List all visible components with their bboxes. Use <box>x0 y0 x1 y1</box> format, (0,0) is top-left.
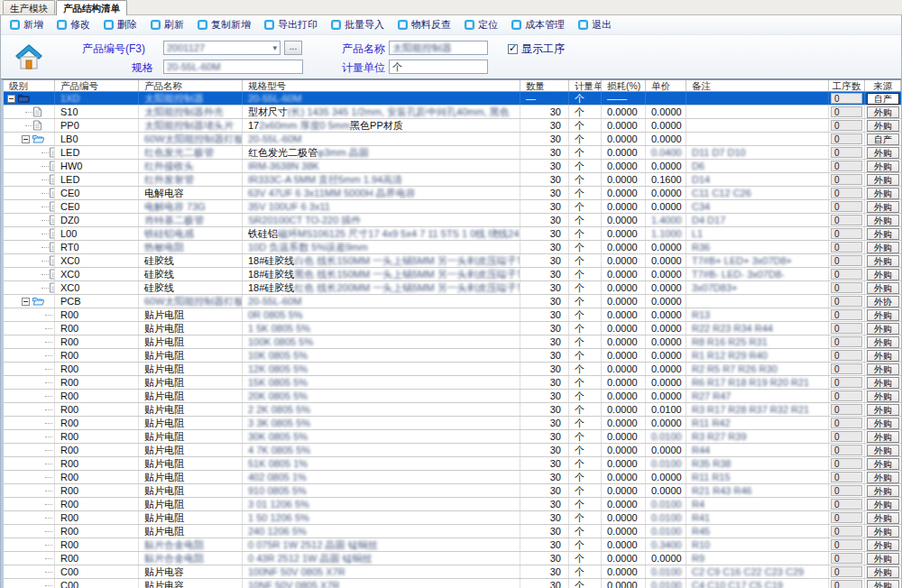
table-row[interactable]: L00铁硅铝电感铁硅铝 磁环MS106125 尺寸17 4x9 5x4 7 11… <box>4 227 901 241</box>
toolbar-button-刷新[interactable]: 刷新 <box>151 18 184 32</box>
column-header-name[interactable]: 产品名称 <box>139 80 243 91</box>
column-header-src[interactable]: 来源 <box>865 80 901 91</box>
table-row[interactable]: CE0电解电容63V 47UF 6 3x11MM 5000H 晶界电容30个0.… <box>4 187 901 200</box>
product-code-cell: XC0 <box>55 268 139 280</box>
spec-model-cell: 18#硅胶线 白色 线长150MM 一头上锡5MM 另一头剥皮压端子T型端 <box>243 254 520 267</box>
table-row[interactable]: R00贴片电阻15K 0805 5%30个0.00000.0000R6 R17 … <box>4 376 901 390</box>
table-row[interactable]: PCB60W太阳能控制器灯板20-55L-60M30个0.00000.00000… <box>4 295 901 308</box>
tree-connector-line <box>45 369 52 370</box>
table-row[interactable]: S10太阳能控制器外壳型材尺寸(长) 1435 345 1/2mm, 安装孔距中… <box>4 106 901 119</box>
process-count-box: 0 <box>831 580 862 588</box>
remark-cell <box>686 92 829 105</box>
table-row[interactable]: 1XD太阳能控制器20-55L-60M—个——0自产 <box>4 92 901 106</box>
cell-text: 贴片电阻 <box>144 308 184 321</box>
column-header-code[interactable]: 产品编号 <box>55 80 139 91</box>
table-row[interactable]: R00贴片电阻30K 0805 5%30个0.00000.0100R3 R27 … <box>4 430 901 444</box>
table-row[interactable]: C00贴片电容10NF 50V 0805 X7R30个0.00000.0100C… <box>4 579 901 588</box>
table-row[interactable]: LB060W太阳能控制器灯板20-55L-60M30个0.00000.00000… <box>4 133 901 146</box>
toolbar-button-定位[interactable]: 定位 <box>465 18 498 32</box>
toolbar-button-复制新增[interactable]: 复制新增 <box>198 18 251 32</box>
table-row[interactable]: XC0硅胶线18#硅胶线 红色 线长200MM 一头上锡5MM 另一头剥皮压端子… <box>4 281 901 295</box>
table-row[interactable]: RT0热敏电阻10D 负温系数 5%误差9mm30个0.00000.0000R3… <box>4 241 901 254</box>
loss-cell: 0.0000 <box>602 484 646 497</box>
source-box: 外购 <box>867 269 899 280</box>
unit-label: 计量单位 <box>342 60 385 76</box>
table-row[interactable]: R00贴片电阻10K 0805 5%30个0.00000.0000R1 R12 … <box>4 349 901 363</box>
toolbar-button-导出打印[interactable]: 导出打印 <box>264 18 318 32</box>
table-row[interactable]: R00贴片电阻2 2K 0805 5%30个0.00000.0100R3 R17… <box>4 403 901 417</box>
table-row[interactable]: R00贴片电阻1 50 1206 5%30个0.00000.0100R410外购 <box>4 511 901 525</box>
table-row[interactable]: R00贴片电阻12K 0805 5%30个0.00000.0000R2 R5 R… <box>4 363 901 376</box>
column-header-proc[interactable]: 工序数 <box>829 80 865 91</box>
checkbox-icon[interactable] <box>508 44 518 54</box>
process-count-box: 0 <box>831 512 862 523</box>
table-row[interactable]: R00贴片电阻4 7K 0805 5%30个0.00000.0000R440外购 <box>4 444 901 457</box>
table-row[interactable]: R00贴片合金电阻0 43R 2512 1W 晶圆 锰铜丝30个0.00000.… <box>4 552 901 565</box>
show-process-label: 显示工序 <box>521 42 565 55</box>
table-row[interactable]: R00贴片电阻0R 0805 5%30个0.00000.0000R130外购 <box>4 308 901 322</box>
table-row[interactable]: R00贴片电阻402 0805 1%30个0.00000.0000R11 R15… <box>4 471 901 484</box>
browse-button[interactable]: ... <box>284 41 302 55</box>
table-row[interactable]: CE0电解电容 73G35V 100UF 6 3x1130个0.00000.00… <box>4 200 901 214</box>
cell-text: 0.0000 <box>651 335 682 348</box>
table-row[interactable]: DZ0肖特基二极管SR20100CT TO-220 插件30个0.00001.4… <box>4 214 901 227</box>
tree-collapse-icon[interactable] <box>22 135 30 143</box>
table-row[interactable]: R00贴片电阻20K 0805 5%30个0.00000.0000R27 R47… <box>4 390 901 403</box>
toolbar-button-物料反查[interactable]: 物料反查 <box>398 18 451 32</box>
cell-text: 电解电容 <box>144 187 184 199</box>
table-row[interactable]: LED红外发射管IR333C-A 5MM 直径5mm 1.94高清30个0.00… <box>4 173 901 187</box>
tree-collapse-icon[interactable] <box>22 298 30 306</box>
tab-production-module[interactable]: 生产模块 <box>3 0 55 14</box>
redacted-text: 1 50 1206 5% <box>248 511 309 524</box>
table-row[interactable]: R00贴片电阻100K 0805 5%30个0.00000.0000R8 R16… <box>4 335 901 349</box>
product-name-field[interactable]: 太阳能控制器 <box>389 41 488 55</box>
column-header-level[interactable]: 级别 <box>4 80 55 91</box>
tab-product-structure-list[interactable]: 产品结构清单 <box>56 0 127 15</box>
column-header-spec[interactable]: 规格型号 <box>243 80 520 91</box>
cell-text: XC0 <box>60 254 79 267</box>
loss-cell: 0.0000 <box>602 335 646 348</box>
toolbar-button-删除[interactable]: 删除 <box>104 18 137 32</box>
toolbar-button-新增[interactable]: 新增 <box>10 18 43 32</box>
column-header-unit[interactable]: 计量单位 <box>569 80 602 91</box>
table-row[interactable]: R00贴片电阻240 1206 5%30个0.00000.0100R450外购 <box>4 525 901 538</box>
tree-level-cell <box>4 200 55 213</box>
unit-price-cell: 0.1600 <box>646 173 686 186</box>
unit-field[interactable]: 个 <box>389 60 488 74</box>
table-row[interactable]: R00贴片电阻1 5K 0805 5%30个0.00000.0000R22 R2… <box>4 322 901 335</box>
product-name-cell: 贴片电阻 <box>139 322 243 335</box>
spec-model-cell: 63V 47UF 6 3x11MM 5000H 晶界电容 <box>243 187 520 199</box>
table-row[interactable]: R00贴片电阻51K 0805 1%30个0.00000.0100R35 R38… <box>4 457 901 471</box>
source-box: 外购 <box>867 323 899 335</box>
column-header-qty[interactable]: 数量 <box>520 80 569 91</box>
product-name-cell: 贴片电阻 <box>139 525 243 537</box>
table-row[interactable]: R00贴片电阻3 3K 0805 5%30个0.00000.0000R11 R4… <box>4 417 901 430</box>
table-row[interactable]: R00贴片电阻910 0805 5%30个0.00000.0000R21 R43… <box>4 484 901 498</box>
table-row[interactable]: XC0硅胶线18#硅胶线 黑色 线长150MM 一头上锡5MM 另一头剥皮压端子… <box>4 268 901 281</box>
column-header-remark[interactable]: 备注 <box>686 80 829 91</box>
tree-collapse-icon[interactable] <box>7 95 15 103</box>
toolbar-button-批量导入[interactable]: 批量导入 <box>331 18 384 32</box>
redacted-text: R21 R43 R46 <box>692 484 752 497</box>
table-row[interactable]: LED红色发光二极管红色发光二极管 φ3mm 晶圆30个0.00000.0400… <box>4 146 901 160</box>
toolbar-button-退出[interactable]: 退出 <box>578 18 612 32</box>
loss-cell: 0.0000 <box>602 579 646 588</box>
process-count-box: 0 <box>831 323 862 334</box>
table-row[interactable]: PP0太阳能控制器堵头片17 2x60mm 厚度0 5mm 黑色PP材质30个0… <box>4 119 901 133</box>
table-row[interactable]: C00贴片电容100NF 50V 0805 X7R30个0.00000.0100… <box>4 565 901 579</box>
table-row[interactable]: R00贴片电阻3 01 1206 5%30个0.00000.0100R40外购 <box>4 498 901 511</box>
table-row[interactable]: XC0硅胶线18#硅胶线 白色 线长150MM 一头上锡5MM 另一头剥皮压端子… <box>4 254 901 268</box>
toolbar-button-修改[interactable]: 修改 <box>57 18 90 32</box>
table-row[interactable]: R00贴片合金电阻0 075R 1W 2512 晶圆 锰铜丝30个0.00000… <box>4 538 901 552</box>
product-no-combobox[interactable]: 2001127 ▾ <box>163 41 281 55</box>
unit-cell: 个 <box>569 214 602 226</box>
product-name-cell: 贴片电阻 <box>139 430 243 443</box>
cell-text: 0.0000 <box>651 281 682 294</box>
spec-field[interactable]: 20-55L-60M <box>163 60 303 74</box>
table-row[interactable]: HW0红外接收头IRM-3638N 38K30个0.00000.0000D60外… <box>4 160 901 173</box>
column-header-price[interactable]: 单价 <box>646 80 686 91</box>
column-header-loss[interactable]: 损耗(%) <box>602 80 646 91</box>
show-process-checkbox[interactable]: 显示工序 <box>508 41 565 57</box>
chevron-down-icon[interactable]: ▾ <box>272 45 277 51</box>
toolbar-button-成本管理[interactable]: 成本管理 <box>511 18 565 32</box>
